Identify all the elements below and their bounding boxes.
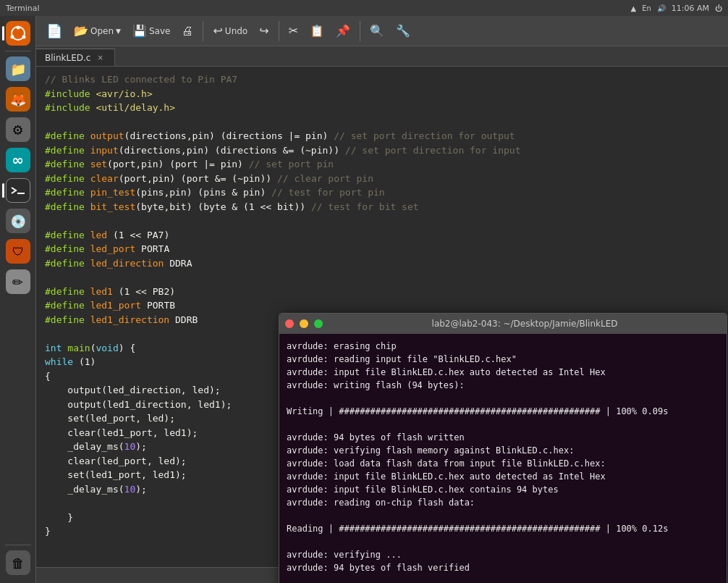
terminal-line-6	[287, 418, 719, 431]
arduino-icon: ∞	[6, 148, 30, 172]
new-icon: 📄	[46, 23, 62, 38]
code-line: #include <avr/io.h>	[45, 87, 719, 101]
terminal-titlebar: lab2@lab2-043: ~/Desktop/Jamie/BlinkLED	[279, 314, 727, 334]
sidebar-item-ubuntu[interactable]	[4, 19, 33, 48]
terminal-minimize-button[interactable]	[300, 319, 308, 328]
redo-button[interactable]: ↪	[255, 22, 273, 40]
undo-button[interactable]: ↩ Undo	[208, 22, 252, 40]
terminal-line-11: avrdude: input file BlinkLED.c.hex conta…	[287, 483, 719, 496]
code-line: #include <util/delay.h>	[45, 101, 719, 115]
tab-blinkled[interactable]: BlinkLED.c ×	[36, 49, 115, 66]
sidebar-divider-1	[5, 51, 31, 51]
terminal-line-8: avrdude: verifying flash memory against …	[287, 444, 719, 457]
tools-icon: 🔧	[396, 24, 410, 38]
find-button[interactable]: 🔍	[365, 22, 389, 40]
terminal-icon	[6, 178, 30, 203]
terminal-line-16: avrdude: 94 bytes of flash verified	[287, 561, 719, 574]
terminal-line-10: avrdude: input file BlinkLED.c.hex auto …	[287, 470, 719, 483]
code-line: #define led_port PORTA	[45, 242, 719, 256]
terminal-line-13	[287, 509, 719, 522]
svg-point-3	[10, 35, 14, 39]
sidebar-item-settings[interactable]: ⚙	[4, 115, 33, 144]
sidebar-item-arduino[interactable]: ∞	[4, 146, 33, 175]
terminal-line-15: avrdude: verifying ...	[287, 548, 719, 561]
terminal-line-progress-write: Writing | ##############################…	[287, 405, 719, 418]
sidebar-item-trash[interactable]: 🗑	[4, 548, 33, 577]
wifi-icon: ▲	[630, 4, 636, 12]
firefox-icon: 🦊	[6, 87, 30, 112]
sidebar: 📁 🦊 ⚙ ∞ 💿 🛡 ✏ 🗑	[0, 16, 36, 583]
code-line	[45, 270, 719, 285]
system-bar-title: Terminal	[6, 4, 40, 13]
tab-close-button[interactable]: ×	[95, 53, 105, 62]
terminal-maximize-button[interactable]	[314, 319, 323, 328]
terminal-close-button[interactable]	[285, 319, 294, 328]
terminal-line-3: avrdude: input file BlinkLED.c.hex auto …	[287, 366, 719, 379]
code-line: #define led1 (1 << PB2)	[45, 285, 719, 299]
search-icon: 🔍	[370, 24, 384, 38]
open-dropdown-icon: ▼	[116, 28, 121, 35]
open-button[interactable]: 📂 Open ▼	[69, 22, 125, 40]
sidebar-item-editor[interactable]: ✏	[4, 267, 33, 296]
main-area: 📄 📂 Open ▼ 💾 Save 🖨 ↩ Undo ↪ ✂ 📋	[36, 16, 728, 583]
code-line: #define input(directions,pin) (direction…	[45, 143, 719, 158]
sidebar-item-files[interactable]: 📁	[4, 54, 33, 83]
terminal-line-14	[287, 535, 719, 548]
code-line: #define clear(port,pin) (port &= (~pin))…	[45, 172, 719, 186]
tools-button[interactable]: 🔧	[391, 22, 415, 40]
sidebar-item-terminal[interactable]	[4, 176, 33, 205]
code-line: #define bit_test(byte,bit) (byte & (1 <<…	[45, 200, 719, 214]
toolbar-sep-3	[360, 21, 360, 41]
undo-icon: ↩	[213, 24, 222, 38]
terminal-line-9: avrdude: load data flash data from input…	[287, 457, 719, 470]
tab-filename: BlinkLED.c	[45, 53, 90, 63]
keyboard-lang: En	[642, 4, 651, 12]
terminal-line-7: avrdude: 94 bytes of flash written	[287, 431, 719, 444]
code-line: #define led (1 << PA7)	[45, 228, 719, 243]
power-icon: ⏻	[715, 4, 722, 12]
code-line: // Blinks LED connected to Pin PA7	[45, 72, 719, 87]
print-button[interactable]: 🖨	[177, 22, 198, 40]
code-line	[45, 115, 719, 130]
save-button[interactable]: 💾 Save	[128, 22, 174, 40]
tab-bar: BlinkLED.c ×	[36, 46, 728, 67]
volume-icon: 🔊	[657, 4, 666, 12]
system-bar: Terminal ▲ En 🔊 11:06 AM ⏻	[0, 0, 728, 16]
sidebar-item-software[interactable]: 🛡	[4, 237, 33, 266]
sidebar-bottom: 🗑	[4, 543, 33, 583]
svg-rect-4	[10, 185, 26, 196]
new-button[interactable]: 📄	[42, 21, 67, 41]
ubuntu-logo-icon	[6, 21, 30, 46]
code-line: #define output(directions,pin) (directio…	[45, 129, 719, 143]
settings-icon: ⚙	[6, 117, 30, 142]
editor-content: // Blinks LED connected to Pin PA7 #incl…	[36, 67, 728, 583]
toolbar: 📄 📂 Open ▼ 💾 Save 🖨 ↩ Undo ↪ ✂ 📋	[36, 16, 728, 46]
redo-icon: ↪	[259, 24, 268, 38]
terminal-line-5	[287, 392, 719, 405]
terminal-title: lab2@lab2-043: ~/Desktop/Jamie/BlinkLED	[329, 319, 721, 329]
sidebar-divider-2	[5, 545, 31, 545]
disk-icon: 💿	[6, 209, 30, 233]
svg-point-2	[22, 35, 25, 39]
cut-icon: ✂	[289, 24, 298, 38]
sidebar-item-disk[interactable]: 💿	[4, 206, 33, 235]
cut-button[interactable]: ✂	[284, 22, 302, 40]
toolbar-sep-2	[279, 21, 279, 41]
terminal-line-4: avrdude: writing flash (94 bytes):	[287, 379, 719, 392]
toolbar-sep-1	[203, 21, 203, 41]
files-icon: 📁	[6, 56, 30, 81]
code-line	[45, 214, 719, 228]
software-icon: 🛡	[6, 239, 30, 264]
terminal-body[interactable]: avrdude: erasing chip avrdude: reading i…	[279, 334, 727, 583]
code-line: #define pin_test(pins,pin) (pins & pin) …	[45, 185, 719, 200]
terminal-line-1: avrdude: erasing chip	[287, 340, 719, 353]
sidebar-item-firefox[interactable]: 🦊	[4, 85, 33, 114]
terminal-line-2: avrdude: reading input file "BlinkLED.c.…	[287, 353, 719, 366]
copy-button[interactable]: 📋	[305, 22, 329, 40]
code-line: #define led_direction DDRA	[45, 256, 719, 271]
paste-button[interactable]: 📌	[331, 22, 355, 40]
save-icon: 💾	[132, 24, 147, 38]
clock: 11:06 AM	[672, 4, 709, 13]
copy-icon: 📋	[310, 24, 324, 38]
system-bar-left: Terminal	[6, 4, 40, 13]
